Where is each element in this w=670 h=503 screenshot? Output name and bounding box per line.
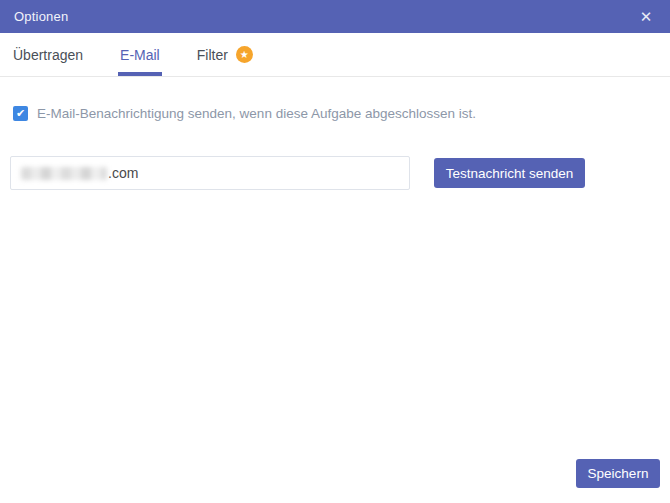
email-notification-checkbox[interactable]: ✔ <box>13 106 28 121</box>
star-badge-icon: ★ <box>236 46 253 63</box>
tab-email[interactable]: E-Mail <box>120 33 160 76</box>
redacted-email-blur <box>21 167 107 180</box>
tab-label: E-Mail <box>120 47 160 63</box>
save-button[interactable]: Speichern <box>576 459 660 488</box>
tab-label: Filter <box>197 47 228 63</box>
tab-bar: Übertragen E-Mail Filter ★ <box>0 33 670 77</box>
dialog-titlebar: Optionen ✕ <box>0 0 670 33</box>
options-dialog: Optionen ✕ Übertragen E-Mail Filter ★ ✔ … <box>0 0 670 503</box>
tab-uebertragen[interactable]: Übertragen <box>13 33 83 76</box>
tab-filter[interactable]: Filter ★ <box>197 33 253 76</box>
notification-option-row: ✔ E-Mail-Benachrichtigung senden, wenn d… <box>13 106 657 121</box>
send-test-message-button[interactable]: Testnachricht senden <box>434 158 585 188</box>
close-icon[interactable]: ✕ <box>632 0 660 33</box>
dialog-title: Optionen <box>14 9 68 24</box>
email-visible-text: .com <box>108 165 138 181</box>
email-notification-label: E-Mail-Benachrichtigung senden, wenn die… <box>37 106 476 121</box>
email-input[interactable]: .com <box>10 156 410 190</box>
tab-label: Übertragen <box>13 47 83 63</box>
